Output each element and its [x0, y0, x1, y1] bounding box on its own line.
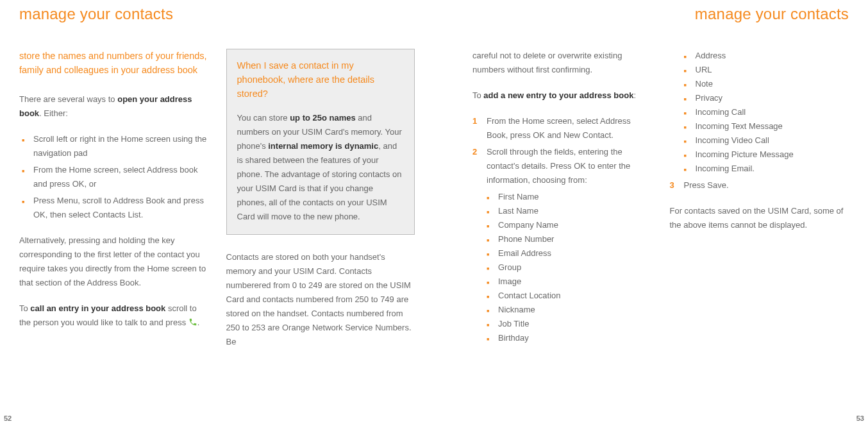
left-col1: store the names and numbers of your frie… [19, 49, 208, 426]
list-item: Incoming Text Message [684, 119, 849, 133]
columns-right: careful not to delete or overwrite exist… [472, 49, 849, 426]
list-item: Nickname [487, 303, 652, 317]
open-ab-bullets: Scroll left or right in the Home screen … [19, 132, 208, 222]
intro-text: store the names and numbers of your frie… [19, 49, 208, 77]
right-col1: careful not to delete or overwrite exist… [472, 49, 652, 426]
page-title-right: manage your contacts [472, 5, 849, 23]
text: , and is shared between the features of … [237, 141, 402, 221]
storage-para: Contacts are stored on both your handset… [226, 250, 415, 349]
text: . [197, 318, 200, 327]
list-item: Incoming Video Call [684, 133, 849, 148]
page-left: manage your contacts store the names and… [0, 0, 434, 426]
document-spread: manage your contacts store the names and… [0, 0, 868, 426]
text-bold: internal memory is dynamic [268, 141, 378, 151]
add-entry-step3: 3 Press Save. [670, 178, 849, 192]
text-bold: add a new entry to your address book [483, 90, 633, 100]
step-text: Press Save. [684, 180, 729, 190]
callout-question: When I save a contact in my phonebook, w… [237, 58, 405, 101]
page-title-left: manage your contacts [19, 5, 415, 23]
list-item: Last Name [487, 204, 652, 218]
call-entry-para: To call an entry in your address book sc… [19, 302, 208, 330]
list-item: Press Menu, scroll to Address Book and p… [19, 194, 208, 222]
list-item: Phone Number [487, 232, 652, 246]
text: To [19, 303, 30, 313]
callout-box: When I save a contact in my phonebook, w… [226, 49, 415, 235]
step-marker: 1 [472, 114, 477, 128]
list-item: Note [684, 77, 849, 91]
list-item: Incoming Picture Message [684, 148, 849, 162]
step-text: Scroll through the fields, entering the … [487, 147, 630, 185]
field-list-2: Address URL Note Privacy Incoming Call I… [684, 49, 849, 176]
note-para: For contacts saved on the USIM Card, som… [670, 204, 849, 232]
list-item: Birthday [487, 331, 652, 345]
text-bold: call an entry in your address book [30, 303, 165, 313]
list-item: Job Title [487, 317, 652, 331]
list-item: Scroll left or right in the Home screen … [19, 132, 208, 160]
step-1: 1 From the Home screen, select Address B… [472, 114, 652, 142]
open-ab-para: There are several ways to open your addr… [19, 92, 208, 121]
list-item: Incoming Call [684, 105, 849, 119]
page-number-right: 53 [856, 414, 864, 422]
step-3: 3 Press Save. [670, 178, 849, 192]
list-item: URL [684, 63, 849, 77]
text: To [472, 90, 483, 100]
add-entry-para: To add a new entry to your address book: [472, 89, 652, 103]
field-list-1: First Name Last Name Company Name Phone … [487, 190, 652, 345]
step-2: 2 Scroll through the fields, entering th… [472, 145, 652, 345]
page-right: manage your contacts careful not to dele… [434, 0, 868, 426]
step-marker: 3 [670, 178, 674, 192]
text: . Either: [39, 108, 68, 118]
list-item: First Name [487, 190, 652, 204]
alt-para: Alternatively, pressing and holding the … [19, 234, 208, 290]
list-item: Incoming Email. [684, 162, 849, 176]
text: You can store [237, 113, 290, 123]
step-text: From the Home screen, select Address Boo… [487, 116, 631, 140]
step-marker: 2 [472, 145, 477, 159]
continued-para: careful not to delete or overwrite exist… [472, 49, 652, 77]
text: : [633, 90, 636, 100]
call-icon [188, 317, 197, 326]
list-item: Address [684, 49, 849, 63]
list-item: Company Name [487, 218, 652, 232]
list-item: Email Address [487, 246, 652, 260]
list-item: Image [487, 275, 652, 289]
list-item: Group [487, 260, 652, 275]
right-col2: Address URL Note Privacy Incoming Call I… [670, 49, 849, 426]
columns-left: store the names and numbers of your frie… [19, 49, 415, 426]
callout-answer: You can store up to 25o names and number… [237, 111, 405, 224]
text-bold: up to 25o names [290, 113, 356, 123]
page-number-left: 52 [4, 414, 12, 422]
left-col2: When I save a contact in my phonebook, w… [226, 49, 415, 426]
list-item: Privacy [684, 91, 849, 105]
text: There are several ways to [19, 94, 117, 104]
list-item: Contact Location [487, 289, 652, 303]
list-item: From the Home screen, select Address boo… [19, 163, 208, 191]
add-entry-steps: 1 From the Home screen, select Address B… [472, 114, 652, 345]
